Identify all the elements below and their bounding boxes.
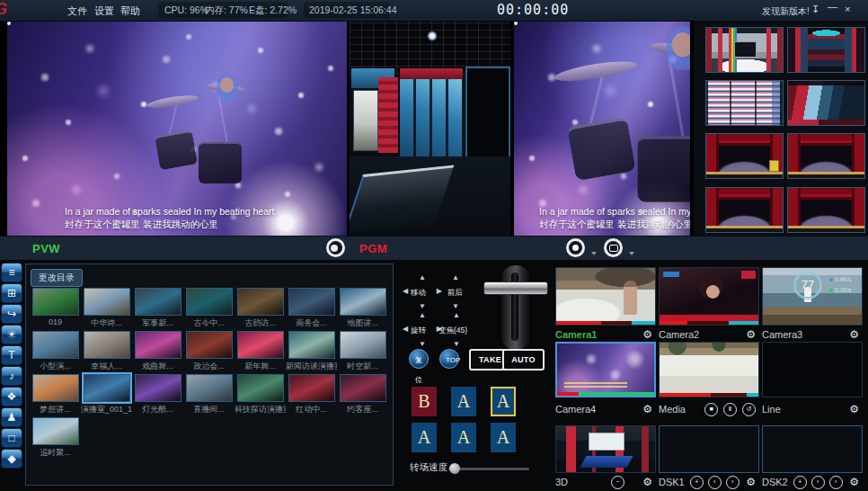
iris-icon[interactable] [326,238,345,257]
library-item[interactable]: 中华诗... [81,288,132,331]
library-item-thumbnail[interactable] [288,288,335,316]
camera1-thumbnail[interactable] [555,267,656,326]
camera3-thumbnail[interactable]: 77 0.4K/s 0.1K/s [762,267,863,326]
effects-icon[interactable]: ◆ [1,449,22,469]
library-item[interactable]: 科技探访演播室 [235,374,286,417]
top-button[interactable]: TOP [439,349,459,369]
library-item[interactable]: 红动中... [286,374,337,417]
stop-icon[interactable]: − [611,476,624,489]
stop-icon[interactable]: ■ [704,403,718,416]
bus-matrix-button-b[interactable]: B [412,387,437,416]
library-item[interactable]: 灯光酷... [132,374,183,417]
library-item[interactable]: 小型演... [30,331,81,374]
camera4-thumbnail-selected[interactable] [555,342,656,397]
transition-speed-knob[interactable] [449,463,460,474]
scene-view-thumbnail[interactable] [787,187,865,233]
reset-button[interactable]: 复位 [409,349,429,369]
library-item-thumbnail[interactable] [186,374,233,402]
gear-icon[interactable]: ⚙ [849,476,859,488]
library-item[interactable]: 地图讲... [337,288,388,331]
next-icon[interactable]: › [829,476,843,489]
library-item-thumbnail[interactable] [288,331,335,359]
t-bar-fader[interactable] [483,264,546,351]
library-item-thumbnail[interactable] [340,374,386,402]
library-item-thumbnail[interactable] [84,374,130,402]
scene-view-thumbnail[interactable] [705,133,784,179]
library-item[interactable]: 戏曲舞... [132,331,183,374]
gear-icon[interactable]: ⚙ [849,403,859,415]
library-item[interactable]: 古今中... [183,288,235,331]
library-item-thumbnail[interactable] [32,374,79,402]
library-item[interactable]: 时空新... [337,331,388,374]
library-item-thumbnail[interactable] [135,288,182,316]
library-item[interactable]: 梦想讲... [30,374,81,417]
change-directory-button[interactable]: 更改目录 [31,269,83,287]
library-item-thumbnail[interactable] [237,374,284,402]
record-icon[interactable] [566,238,585,257]
menu-help[interactable]: 帮助 [120,4,140,18]
bus-matrix-button-a[interactable]: A [491,423,516,452]
gear-icon[interactable]: ⚙ [746,328,756,341]
library-item[interactable]: 商务会... [286,288,337,331]
backward-icon[interactable]: ▼ [452,303,459,310]
gear-icon[interactable]: ⚙ [746,476,756,488]
update-notice-link[interactable]: 发现新版本! [762,5,810,18]
library-item-thumbnail[interactable] [84,331,130,359]
bus-matrix-button-a[interactable]: A [451,423,476,452]
transition-speed-track[interactable] [448,468,529,470]
library-item-thumbnail[interactable] [186,331,233,359]
mixer-icon[interactable]: ≡ [1,263,22,282]
library-item-selected[interactable]: 演播室_001_17 [81,374,132,417]
library-item-thumbnail[interactable] [340,331,386,359]
line-thumbnail[interactable] [762,342,863,397]
add-icon[interactable]: + [690,476,704,489]
library-item-thumbnail[interactable] [237,288,284,316]
move-down-icon[interactable]: ▼ [419,303,426,310]
library-item[interactable]: 新年舞... [235,331,286,374]
loop-icon[interactable]: ↺ [742,403,756,416]
scene-view-thumbnail[interactable] [705,80,784,126]
media-thumbnail[interactable] [659,342,759,397]
library-item[interactable]: 追时聚... [30,417,81,460]
library-item[interactable]: 直播间... [183,374,235,417]
auto-button[interactable]: AUTO [502,349,545,370]
stream-camera-icon[interactable] [604,238,623,257]
bus-matrix-button-a[interactable]: A [412,423,437,452]
library-item[interactable]: 019 [30,288,81,331]
library-item[interactable]: 新闻访谈演播室 [286,331,337,374]
prev-icon[interactable]: ‹ [811,476,825,489]
tray-icon[interactable]: ↧ [811,4,819,15]
library-item-thumbnail[interactable] [135,331,182,359]
library-item-thumbnail[interactable] [32,331,79,359]
save-icon[interactable]: ⊞ [1,283,22,303]
light-icon[interactable]: ☀ [1,325,22,344]
next-icon[interactable]: › [726,476,740,489]
audio-icon[interactable]: ♪ [1,366,22,386]
3d-scene-thumbnail[interactable] [555,425,656,473]
scene-view-thumbnail[interactable] [787,80,865,126]
gear-icon[interactable]: ⚙ [642,403,652,415]
library-item-thumbnail[interactable] [32,417,79,445]
menu-settings[interactable]: 设置 [94,4,114,18]
stream-dropdown-arrow[interactable] [629,252,634,255]
rotate-up-icon[interactable]: ▲ [419,312,426,319]
minimize-icon[interactable]: — [828,1,837,12]
scene-view-thumbnail[interactable] [787,27,865,73]
menu-file[interactable]: 文件 [67,4,87,18]
gear-icon[interactable]: ⚙ [849,328,859,341]
rotate-down-icon[interactable]: ▼ [419,341,426,348]
record-dropdown-arrow[interactable] [591,252,597,255]
camera2-thumbnail[interactable] [659,267,759,326]
zoom-in-icon[interactable]: ▲ [453,312,460,319]
text-icon[interactable]: T [1,345,22,365]
scene-view-thumbnail[interactable] [705,187,784,233]
library-item[interactable]: 政治会... [183,331,235,374]
bus-matrix-button-a[interactable]: A [451,387,476,416]
scene-view-thumbnail[interactable] [705,27,784,73]
dsk1-thumbnail[interactable] [659,425,759,473]
move-left-icon[interactable]: ◀ [403,288,408,295]
library-item-thumbnail[interactable] [237,331,284,359]
library-item[interactable]: 约客座... [337,374,388,417]
objects-icon[interactable]: ❖ [1,387,22,406]
library-item[interactable]: 幸福人... [81,331,132,374]
